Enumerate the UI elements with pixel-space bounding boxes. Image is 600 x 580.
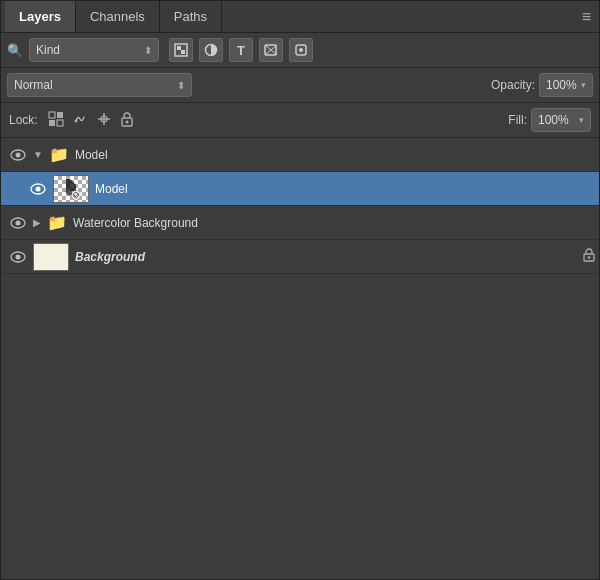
- type-filter-icon[interactable]: T: [229, 38, 253, 62]
- svg-point-31: [588, 256, 591, 259]
- shape-filter-icon[interactable]: [259, 38, 283, 62]
- kind-filter-select[interactable]: Kind ⬍: [29, 38, 159, 62]
- layer-row[interactable]: ▼ 📁 Model: [1, 138, 599, 172]
- svg-point-27: [16, 220, 21, 225]
- layer-row[interactable]: Model: [1, 172, 599, 206]
- folder-icon: 📁: [47, 213, 67, 232]
- tab-channels[interactable]: Channels: [76, 1, 160, 32]
- fill-label: Fill:: [508, 113, 527, 127]
- layer-name: Watercolor Background: [73, 216, 595, 230]
- tabs-row: Layers Channels Paths ≡: [1, 1, 599, 33]
- visibility-icon[interactable]: [29, 180, 47, 198]
- expand-arrow-icon[interactable]: ▶: [33, 217, 41, 228]
- lock-all-icon[interactable]: [120, 111, 134, 130]
- tab-paths[interactable]: Paths: [160, 1, 222, 32]
- svg-rect-10: [57, 112, 63, 118]
- svg-point-20: [16, 152, 21, 157]
- fill-input[interactable]: 100% ▾: [531, 108, 591, 132]
- expand-arrow-icon[interactable]: ▼: [33, 149, 43, 160]
- folder-icon: 📁: [49, 145, 69, 164]
- svg-rect-11: [49, 120, 55, 126]
- visibility-icon[interactable]: [9, 146, 27, 164]
- type-letter: T: [237, 43, 245, 58]
- visibility-icon[interactable]: [9, 214, 27, 232]
- opacity-label: Opacity:: [491, 78, 535, 92]
- blend-mode-arrows: ⬍: [177, 80, 185, 91]
- adjustment-filter-icon[interactable]: [199, 38, 223, 62]
- svg-point-29: [16, 254, 21, 259]
- filter-row: 🔍 Kind ⬍ T: [1, 33, 599, 68]
- layer-row[interactable]: Background: [1, 240, 599, 274]
- fill-arrows: ▾: [579, 115, 584, 125]
- svg-point-22: [36, 186, 41, 191]
- pixel-filter-icon[interactable]: [169, 38, 193, 62]
- layer-name: Model: [75, 148, 595, 162]
- lock-transparent-icon[interactable]: [48, 111, 64, 130]
- layer-name: Model: [95, 182, 595, 196]
- svg-point-18: [125, 120, 128, 123]
- panel-menu-icon[interactable]: ≡: [574, 1, 599, 32]
- layer-lock-icon: [583, 248, 595, 265]
- layer-row[interactable]: ▶ 📁 Watercolor Background: [1, 206, 599, 240]
- fill-group: Fill: 100% ▾: [508, 108, 591, 132]
- svg-point-23: [66, 180, 70, 184]
- lock-row: Lock:: [1, 103, 599, 138]
- smart-filter-icon[interactable]: [289, 38, 313, 62]
- layer-thumbnail: [53, 175, 89, 203]
- svg-point-8: [299, 48, 303, 52]
- svg-rect-12: [57, 120, 63, 126]
- layers-list: ▼ 📁 Model: [1, 138, 599, 579]
- kind-filter-arrows: ⬍: [144, 45, 152, 56]
- search-icon: 🔍: [7, 43, 23, 58]
- svg-rect-9: [49, 112, 55, 118]
- filter-icons-group: T: [169, 38, 313, 62]
- blend-row: Normal ⬍ Opacity: 100% ▾: [1, 68, 599, 103]
- lock-image-icon[interactable]: [72, 111, 88, 130]
- svg-point-13: [74, 119, 77, 122]
- layer-name: Background: [75, 250, 577, 264]
- visibility-icon[interactable]: [9, 248, 27, 266]
- opacity-arrows: ▾: [581, 80, 586, 90]
- svg-rect-1: [177, 46, 181, 50]
- lock-label: Lock:: [9, 113, 38, 127]
- tab-layers[interactable]: Layers: [5, 1, 76, 32]
- lock-position-icon[interactable]: [96, 111, 112, 130]
- layer-thumbnail: [33, 243, 69, 271]
- layers-panel: Layers Channels Paths ≡ 🔍 Kind ⬍: [0, 0, 600, 580]
- blend-mode-select[interactable]: Normal ⬍: [7, 73, 192, 97]
- opacity-input[interactable]: 100% ▾: [539, 73, 593, 97]
- opacity-group: Opacity: 100% ▾: [491, 73, 593, 97]
- svg-rect-2: [181, 50, 185, 54]
